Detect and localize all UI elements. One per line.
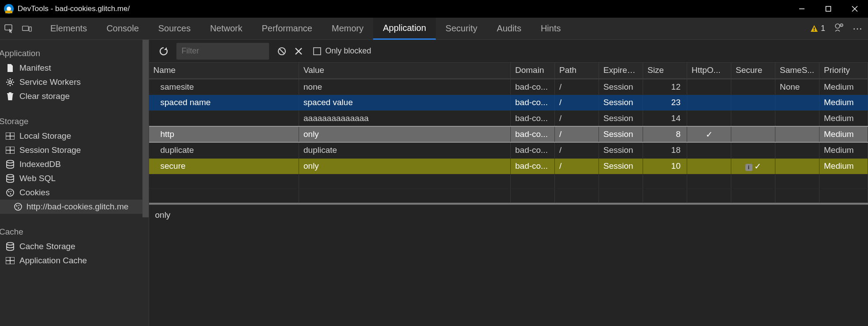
tab-hints[interactable]: Hints	[531, 18, 571, 40]
svg-point-32	[19, 205, 19, 206]
filter-input[interactable]	[176, 43, 269, 60]
tab-console[interactable]: Console	[97, 18, 148, 40]
sidebar-heading: Cache	[0, 224, 149, 239]
tab-performance[interactable]: Performance	[252, 18, 322, 40]
sidebar-item-application-cache[interactable]: Application Cache	[0, 254, 149, 268]
svg-point-33	[18, 208, 19, 209]
table-row[interactable]: secureonlybad-co.../Session10i✓Medium	[149, 158, 868, 174]
cell-size: 18	[643, 142, 687, 158]
cell-samesite	[775, 126, 819, 142]
svg-point-12	[835, 24, 840, 28]
table-row[interactable]: spaced namespaced valuebad-co.../Session…	[149, 95, 868, 110]
refresh-button[interactable]	[159, 46, 168, 56]
svg-point-29	[10, 193, 11, 195]
column-header[interactable]: Expires...	[599, 63, 643, 79]
table-row[interactable]: duplicateduplicatebad-co.../Session18Med…	[149, 142, 868, 158]
cell-path: /	[555, 142, 599, 158]
cell-httponly	[687, 79, 731, 95]
sidebar-item-cookies[interactable]: Cookies	[0, 186, 149, 200]
cookie-icon	[5, 188, 15, 197]
sidebar-item-session-storage[interactable]: Session Storage	[0, 143, 149, 157]
sidebar-heading: Application	[0, 45, 149, 61]
column-header[interactable]: Domain	[511, 63, 555, 79]
cell-secure	[731, 126, 775, 142]
sidebar-item-cache-storage[interactable]: Cache Storage	[0, 239, 149, 254]
cell-path: /	[555, 79, 599, 95]
cookies-table[interactable]: NameValueDomainPathExpires...SizeHttpO..…	[149, 63, 868, 205]
device-icon[interactable]	[22, 25, 32, 33]
grid-icon	[5, 133, 15, 140]
cell-value: none	[299, 79, 511, 95]
cell-samesite: None	[775, 79, 819, 95]
db-icon	[5, 242, 15, 251]
cell-name	[149, 110, 299, 126]
tab-security[interactable]: Security	[436, 18, 487, 40]
tab-elements[interactable]: Elements	[41, 18, 97, 40]
sidebar-item-clear-storage[interactable]: Clear storage	[0, 89, 149, 103]
minimize-button[interactable]	[789, 0, 815, 18]
tab-application[interactable]: Application	[373, 18, 436, 40]
column-header[interactable]: Size	[643, 63, 687, 79]
cell-httponly	[687, 142, 731, 158]
more-icon[interactable]: ⋯	[853, 23, 864, 34]
cell-secure	[731, 110, 775, 126]
cell-secure	[731, 142, 775, 158]
column-header[interactable]: Value	[299, 63, 511, 79]
column-header[interactable]: Name	[149, 63, 299, 79]
db-icon	[5, 174, 15, 183]
sidebar-item-manifest[interactable]: Manifest	[0, 61, 149, 75]
close-button[interactable]	[842, 0, 868, 18]
grid-icon	[5, 147, 15, 154]
cell-domain: bad-co...	[511, 95, 555, 110]
svg-rect-11	[814, 30, 815, 31]
cell-samesite	[775, 95, 819, 110]
cell-size: 8	[643, 126, 687, 142]
sidebar-subitem-cookie-origin[interactable]: http://bad-cookies.glitch.me	[0, 200, 149, 214]
delete-button[interactable]	[295, 47, 303, 55]
cell-name: secure	[149, 158, 299, 174]
sidebar: ApplicationManifestService WorkersClear …	[0, 40, 149, 326]
only-blocked-checkbox[interactable]: Only blocked	[313, 46, 371, 56]
cookies-toolbar: Only blocked	[149, 40, 868, 63]
tab-network[interactable]: Network	[200, 18, 252, 40]
sidebar-heading: Storage	[0, 113, 149, 129]
window-title: DevTools - bad-cookies.glitch.me/	[18, 4, 130, 13]
column-header[interactable]: Path	[555, 63, 599, 79]
column-header[interactable]: Secure	[731, 63, 775, 79]
column-header[interactable]: SameS...	[775, 63, 819, 79]
tab-sources[interactable]: Sources	[149, 18, 200, 40]
cell-name: duplicate	[149, 142, 299, 158]
svg-rect-17	[9, 92, 11, 93]
cell-path: /	[555, 158, 599, 174]
svg-point-34	[7, 243, 14, 245]
table-row[interactable]: httponlybad-co.../Session8✓Medium	[149, 126, 868, 142]
cell-size: 12	[643, 79, 687, 95]
svg-point-30	[15, 203, 22, 210]
svg-rect-4	[826, 7, 831, 11]
tab-memory[interactable]: Memory	[322, 18, 373, 40]
column-header[interactable]: Priority	[819, 63, 868, 79]
cell-name: http	[149, 126, 299, 142]
sidebar-scrollbar[interactable]	[142, 40, 149, 326]
inspect-icon[interactable]	[4, 25, 14, 33]
cell-value: duplicate	[299, 142, 511, 158]
doc-icon	[5, 64, 15, 72]
table-row[interactable]: samesitenonebad-co.../Session12NoneMediu…	[149, 79, 868, 95]
clear-all-button[interactable]	[277, 46, 287, 56]
maximize-button[interactable]	[815, 0, 842, 18]
sidebar-item-web-sql[interactable]: Web SQL	[0, 171, 149, 186]
cell-samesite	[775, 158, 819, 174]
column-header[interactable]: HttpO...	[687, 63, 731, 79]
sidebar-item-indexeddb[interactable]: IndexedDB	[0, 157, 149, 171]
svg-rect-7	[5, 25, 12, 30]
warning-badge[interactable]: 1	[810, 24, 825, 33]
feedback-icon[interactable]: +	[834, 23, 844, 34]
sidebar-item-local-storage[interactable]: Local Storage	[0, 129, 149, 143]
cookie-detail-pane: only	[149, 205, 868, 326]
cell-httponly	[687, 110, 731, 126]
tab-audits[interactable]: Audits	[487, 18, 531, 40]
cell-expires: Session	[599, 95, 643, 110]
sidebar-item-service-workers[interactable]: Service Workers	[0, 75, 149, 89]
cell-path: /	[555, 126, 599, 142]
table-row[interactable]: aaaaaaaaaaaaaabad-co.../Session14Medium	[149, 110, 868, 126]
